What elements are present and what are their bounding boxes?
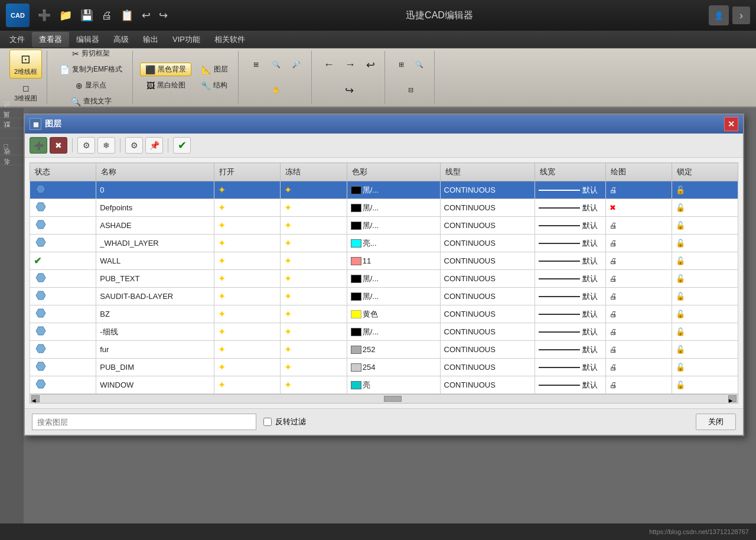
ribbon-btn-copy-emf[interactable]: 📄 复制为EMF格式 <box>54 63 128 76</box>
menu-viewer[interactable]: 查看器 <box>32 32 69 47</box>
ribbon-btn-zoom-window[interactable]: 🔍 <box>411 58 428 71</box>
left-sidebar: 武 属 默 □ 收 名 <box>0 108 24 540</box>
open-sun-icon: ✦ <box>218 238 226 248</box>
scroll-left-button[interactable]: ◂ <box>31 395 40 402</box>
table-row[interactable]: PUB_DIM ✦ ✦ 254 CONTINUOUS 默认 🖨 🔓 <box>30 359 738 376</box>
delete-layer-button[interactable]: ✖ <box>50 137 67 154</box>
back-icon: ← <box>324 58 334 71</box>
row-status <box>30 217 96 235</box>
pin-button[interactable]: 📌 <box>145 137 163 154</box>
menu-editor[interactable]: 编辑器 <box>69 32 106 47</box>
menu-output[interactable]: 输出 <box>136 32 165 47</box>
row-linetype: CONTINUOUS <box>440 181 535 199</box>
settings-button-2[interactable]: ⚙ <box>125 137 143 154</box>
open-sun-icon: ✦ <box>218 291 226 301</box>
ribbon-btn-layer[interactable]: 📐 图层 <box>196 63 233 76</box>
layer-status-icon <box>34 237 47 248</box>
ribbon-group-arrows: ← → ↩ ↪ <box>314 51 385 104</box>
sidebar-item-shou[interactable]: 收 <box>0 155 24 165</box>
ribbon-group-bg: ⬛ 黑色背景 📐 图层 🖼 黑白绘图 🔧 结构 <box>135 51 239 104</box>
row-lock: 🔓 <box>672 288 738 305</box>
layer-status-icon <box>34 308 47 318</box>
close-dialog-button[interactable]: 关闭 <box>696 414 736 430</box>
linewidth-line <box>539 296 580 297</box>
freeze-sun-icon: ✦ <box>284 309 292 319</box>
new-layer-button[interactable]: ➕ <box>30 137 47 154</box>
ribbon-btn-zoom-in[interactable]: 🔍 <box>268 58 285 71</box>
draw-icon: 🖨 <box>610 292 617 301</box>
horizontal-scrollbar[interactable]: ◂ ▸ <box>30 394 738 404</box>
ribbon-btn-pan[interactable]: ✋ <box>268 84 285 96</box>
merge-button[interactable]: ❄ <box>97 137 115 154</box>
ribbon-btn-3d-view[interactable]: ◻ 3维视图 <box>9 81 42 105</box>
sidebar-item-wu[interactable]: 武 <box>0 108 24 118</box>
minimize-button[interactable]: › <box>732 6 750 24</box>
ribbon-btn-extents[interactable]: ⊞ <box>247 58 265 71</box>
redo-icon[interactable]: ↪ <box>157 6 170 24</box>
new-icon[interactable]: ➕ <box>35 6 53 24</box>
table-row[interactable]: _WHADI_LAYER ✦ ✦ 亮... CONTINUOUS 默认 🖨 <box>30 235 738 252</box>
row-draw: 🖨 <box>605 217 672 235</box>
open-sun-icon: ✦ <box>218 327 226 337</box>
row-name: 0 <box>96 181 214 199</box>
ribbon-btn-undo2[interactable]: ↩ <box>362 56 380 74</box>
print-icon[interactable]: 🖨 <box>99 7 115 24</box>
table-row[interactable]: PUB_TEXT ✦ ✦ 黑/... CONTINUOUS 默认 🖨 🔓 <box>30 270 738 288</box>
ribbon-btn-black-bg[interactable]: ⬛ 黑色背景 <box>140 63 191 76</box>
confirm-button[interactable]: ✔ <box>173 137 191 154</box>
table-row[interactable]: SAUDIT-BAD-LAYER ✦ ✦ 黑/... CONTINUOUS 默认… <box>30 288 738 305</box>
row-lock: 🔓 <box>672 199 738 217</box>
ribbon-btn-bw-draw[interactable]: 🖼 黑白绘图 <box>141 79 191 92</box>
sidebar-item-box[interactable]: □ <box>0 138 24 155</box>
save-icon[interactable]: 💾 <box>78 6 96 24</box>
table-row[interactable]: BZ ✦ ✦ 黄色 CONTINUOUS 默认 🖨 🔓 <box>30 305 738 323</box>
ribbon-group-clip: ✂ 剪切框架 📄 复制为EMF格式 ⊕ 显示点 🔍 查找文字 <box>50 51 133 104</box>
copy-icon[interactable]: 📋 <box>118 6 136 24</box>
row-status: ✔ <box>30 252 96 270</box>
user-avatar[interactable]: 👤 <box>709 5 729 25</box>
freeze-sun-icon: ✦ <box>284 256 292 266</box>
row-status <box>30 359 96 376</box>
filter-checkbox[interactable] <box>263 418 272 426</box>
sidebar-item-mo[interactable]: 默 <box>0 128 24 138</box>
table-row[interactable]: 0 ✦ ✦ 黑/... CONTINUOUS 默认 <box>30 181 738 199</box>
ribbon-btn-show-point[interactable]: ⊕ 显示点 <box>70 79 112 92</box>
undo-icon[interactable]: ↩ <box>139 6 153 24</box>
ribbon-btn-forward[interactable]: → <box>341 56 360 73</box>
open-icon[interactable]: 📁 <box>57 6 74 24</box>
sidebar-item-ming[interactable]: 名 <box>0 165 24 175</box>
menu-advanced[interactable]: 高级 <box>106 32 136 47</box>
ribbon-btn-clip-frame[interactable]: ✂ 剪切框架 <box>67 47 115 60</box>
filter-checkbox-label: 反转过滤 <box>263 417 306 427</box>
search-input[interactable] <box>32 414 256 430</box>
scroll-right-button[interactable]: ▸ <box>728 395 737 402</box>
layer-dialog: ▦ 图层 ✕ ➕ ✖ ⚙ ❄ ⚙ 📌 ✔ 状态 <box>24 113 744 436</box>
table-row[interactable]: ASHADE ✦ ✦ 黑/... CONTINUOUS 默认 🖨 🔓 <box>30 217 738 235</box>
linewidth-line <box>539 190 580 191</box>
layer-status-icon <box>34 290 47 301</box>
settings-button-1[interactable]: ⚙ <box>77 137 95 154</box>
dialog-close-button[interactable]: ✕ <box>724 117 738 131</box>
table-row[interactable]: -细线 ✦ ✦ 黑/... CONTINUOUS 默认 🖨 🔓 <box>30 323 738 341</box>
menu-related[interactable]: 相关软件 <box>207 32 252 47</box>
layer-status-icon <box>34 379 47 389</box>
table-row[interactable]: fur ✦ ✦ 252 CONTINUOUS 默认 🖨 🔓 <box>30 341 738 359</box>
table-row[interactable]: Defpoints ✦ ✦ 黑/... CONTINUOUS 默认 ✖ 🔓 <box>30 199 738 217</box>
scroll-thumb[interactable] <box>384 396 402 402</box>
ribbon-btn-2d-wireframe[interactable]: ⊡ 2维线框 <box>9 50 42 79</box>
linewidth-line <box>539 314 580 315</box>
ribbon-btn-zoom-out-2[interactable]: 🔎 <box>288 58 305 71</box>
svg-marker-6 <box>36 309 45 317</box>
ribbon-btn-structure[interactable]: 🔧 结构 <box>195 79 233 92</box>
ribbon-btn-back[interactable]: ← <box>320 56 338 73</box>
ribbon-btn-find-text[interactable]: 🔍 查找文字 <box>66 95 117 108</box>
menu-vip[interactable]: VIP功能 <box>165 32 207 47</box>
table-row[interactable]: ✔ WALL ✦ ✦ 11 CONTINUOUS 默认 <box>30 252 738 270</box>
ribbon-btn-zoom-out[interactable]: ⊟ <box>403 84 418 96</box>
menu-file[interactable]: 文件 <box>2 32 32 47</box>
sidebar-item-shu[interactable]: 属 <box>0 118 24 128</box>
linewidth-line <box>539 278 580 279</box>
ribbon-btn-fit-window[interactable]: ⊞ <box>394 58 409 71</box>
table-row[interactable]: WINDOW ✦ ✦ 亮 CONTINUOUS 默认 🖨 🔓 <box>30 376 738 394</box>
ribbon-btn-redo2[interactable]: ↪ <box>341 82 359 99</box>
